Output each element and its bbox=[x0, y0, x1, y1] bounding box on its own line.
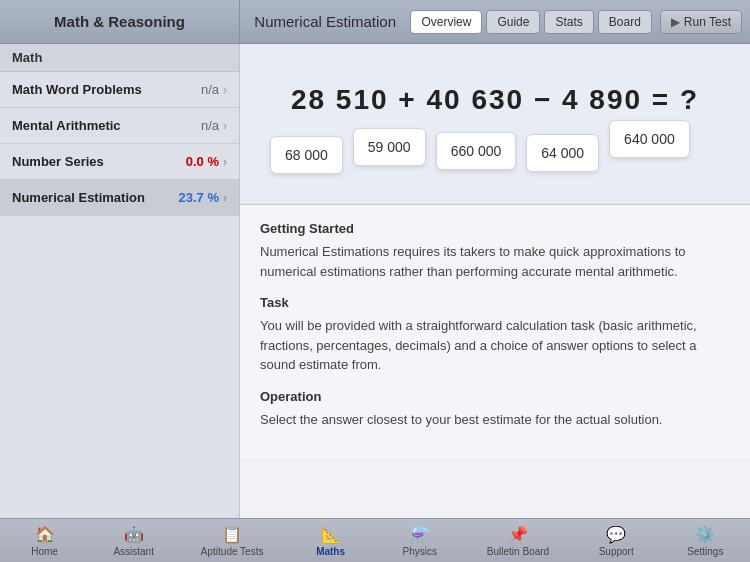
equation-section: 28 510 + 40 630 − 4 890 = ? 68 000 59 00… bbox=[240, 44, 750, 204]
chevron-icon: › bbox=[223, 83, 227, 97]
description-section: Getting Started Numerical Estimations re… bbox=[240, 205, 750, 459]
assistant-icon: 🤖 bbox=[124, 525, 144, 544]
sidebar-item-label: Mental Arithmetic bbox=[12, 118, 121, 133]
answer-cards: 68 000 59 000 660 000 64 000 640 000 bbox=[260, 126, 730, 174]
chevron-icon: › bbox=[223, 119, 227, 133]
main-layout: Math Math Word Problems n/a › Mental Ari… bbox=[0, 44, 750, 518]
desc-block-task: Task You will be provided with a straigh… bbox=[260, 295, 730, 375]
sidebar-item-label: Numerical Estimation bbox=[12, 190, 145, 205]
sidebar-item-score: 23.7 % › bbox=[179, 190, 227, 205]
sidebar-item-mental-arithmetic[interactable]: Mental Arithmetic n/a › bbox=[0, 108, 239, 144]
desc-title-operation: Operation bbox=[260, 389, 730, 404]
nav-home-label: Home bbox=[31, 546, 58, 557]
sidebar-item-number-series[interactable]: Number Series 0.0 % › bbox=[0, 144, 239, 180]
bottom-nav: 🏠 Home 🤖 Assistant 📋 Aptitude Tests 📐 Ma… bbox=[0, 518, 750, 562]
tab-group: Overview Guide Stats Board ▶ Run Test bbox=[410, 10, 750, 34]
run-arrow-icon: ▶ bbox=[671, 15, 680, 29]
sidebar-item-score: n/a › bbox=[201, 118, 227, 133]
page-title: Numerical Estimation bbox=[240, 13, 410, 30]
content-area: 28 510 + 40 630 − 4 890 = ? 68 000 59 00… bbox=[240, 44, 750, 518]
nav-support-label: Support bbox=[599, 546, 634, 557]
sidebar-item-label: Number Series bbox=[12, 154, 104, 169]
tab-overview[interactable]: Overview bbox=[410, 10, 482, 34]
support-icon: 💬 bbox=[606, 525, 626, 544]
bulletin-icon: 📌 bbox=[508, 525, 528, 544]
tab-stats[interactable]: Stats bbox=[544, 10, 593, 34]
nav-physics-label: Physics bbox=[402, 546, 436, 557]
nav-maths-label: Maths bbox=[316, 546, 345, 557]
nav-support[interactable]: 💬 Support bbox=[586, 523, 646, 559]
physics-icon: ⚗️ bbox=[410, 525, 430, 544]
nav-bulletin-board[interactable]: 📌 Bulletin Board bbox=[479, 523, 557, 559]
sidebar-item-numerical-estimation[interactable]: Numerical Estimation 23.7 % › bbox=[0, 180, 239, 216]
sidebar-item-math-word-problems[interactable]: Math Word Problems n/a › bbox=[0, 72, 239, 108]
aptitude-icon: 📋 bbox=[222, 525, 242, 544]
section-title: Math & Reasoning bbox=[0, 0, 240, 43]
nav-aptitude-tests[interactable]: 📋 Aptitude Tests bbox=[193, 523, 272, 559]
nav-home[interactable]: 🏠 Home bbox=[15, 523, 75, 559]
top-header: Math & Reasoning Numerical Estimation Ov… bbox=[0, 0, 750, 44]
home-icon: 🏠 bbox=[35, 525, 55, 544]
chevron-icon: › bbox=[223, 155, 227, 169]
desc-title-task: Task bbox=[260, 295, 730, 310]
sidebar-section-math: Math bbox=[0, 44, 239, 72]
answer-card-5[interactable]: 640 000 bbox=[609, 120, 690, 158]
nav-settings[interactable]: ⚙️ Settings bbox=[675, 523, 735, 559]
answer-card-3[interactable]: 660 000 bbox=[436, 132, 517, 170]
desc-body-operation: Select the answer closest to your best e… bbox=[260, 410, 730, 430]
nav-assistant[interactable]: 🤖 Assistant bbox=[104, 523, 164, 559]
answer-card-2[interactable]: 59 000 bbox=[353, 128, 426, 166]
tab-guide[interactable]: Guide bbox=[486, 10, 540, 34]
desc-block-getting-started: Getting Started Numerical Estimations re… bbox=[260, 221, 730, 281]
nav-settings-label: Settings bbox=[687, 546, 723, 557]
chevron-icon: › bbox=[223, 191, 227, 205]
sidebar-item-score: 0.0 % › bbox=[186, 154, 227, 169]
settings-icon: ⚙️ bbox=[695, 525, 715, 544]
desc-body-task: You will be provided with a straightforw… bbox=[260, 316, 730, 375]
sidebar: Math Math Word Problems n/a › Mental Ari… bbox=[0, 44, 240, 518]
tab-board[interactable]: Board bbox=[598, 10, 652, 34]
equation-display: 28 510 + 40 630 − 4 890 = ? bbox=[260, 64, 730, 126]
nav-assistant-label: Assistant bbox=[113, 546, 154, 557]
desc-body-getting-started: Numerical Estimations requires its taker… bbox=[260, 242, 730, 281]
nav-maths[interactable]: 📐 Maths bbox=[301, 523, 361, 559]
run-test-button[interactable]: ▶ Run Test bbox=[660, 10, 742, 34]
maths-icon: 📐 bbox=[321, 525, 341, 544]
sidebar-item-score: n/a › bbox=[201, 82, 227, 97]
nav-bulletin-label: Bulletin Board bbox=[487, 546, 549, 557]
sidebar-item-label: Math Word Problems bbox=[12, 82, 142, 97]
nav-physics[interactable]: ⚗️ Physics bbox=[390, 523, 450, 559]
nav-aptitude-label: Aptitude Tests bbox=[201, 546, 264, 557]
desc-title-getting-started: Getting Started bbox=[260, 221, 730, 236]
answer-card-1[interactable]: 68 000 bbox=[270, 136, 343, 174]
desc-block-operation: Operation Select the answer closest to y… bbox=[260, 389, 730, 430]
answer-card-4[interactable]: 64 000 bbox=[526, 134, 599, 172]
